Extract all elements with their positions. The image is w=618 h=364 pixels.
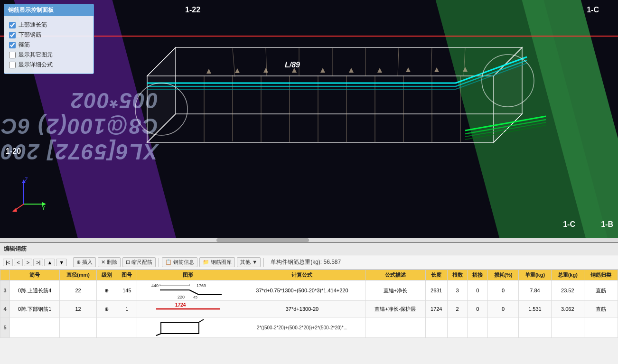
- svg-text:440: 440: [151, 283, 159, 288]
- insert-button[interactable]: ⊕ 插入: [73, 257, 96, 267]
- svg-text:Z: Z: [25, 177, 28, 182]
- svg-line-67: [156, 334, 161, 336]
- checkbox-stirrup[interactable]: 箍筋: [9, 41, 89, 49]
- cell-count-5: [447, 317, 468, 338]
- 3d-viewport: 1-22 1-C 1-20 1-C 1-B XL6[5972] 200 C8@1…: [0, 0, 618, 242]
- cell-formula-5: 2*((500-2*20)+(500-2*20))+2*(500-2*20)*.…: [239, 317, 365, 338]
- cell-category-3: 直筋: [584, 280, 618, 301]
- th-jinHao: 筋号: [10, 270, 60, 280]
- th-unitWeight: 单重(kg): [519, 270, 552, 280]
- cell-shape-3: 440 220 1769 45: [137, 280, 239, 301]
- checkbox-lower-rebar[interactable]: 下部钢筋: [9, 31, 89, 39]
- cell-formulaDesc-4: 直锚+净长-保护层: [365, 301, 425, 317]
- nav-last-button[interactable]: >|: [33, 259, 43, 266]
- row-num-4: 4: [0, 301, 10, 317]
- rebar-lib-label: 钢筋图库: [211, 259, 232, 266]
- th-formula: 计算公式: [239, 270, 365, 280]
- delete-button[interactable]: ✕ 删除: [98, 257, 121, 267]
- th-formulaDesc: 公式描述: [365, 270, 425, 280]
- th-figureNum: 图号: [117, 270, 137, 280]
- cell-loss-5: [488, 317, 519, 338]
- scale-button[interactable]: ⊡ 缩尺配筋: [122, 257, 156, 267]
- cell-length-3: 2631: [425, 280, 447, 301]
- cell-splice-5: [468, 317, 488, 338]
- svg-rect-65: [161, 322, 199, 334]
- svg-marker-0: [147, 114, 522, 142]
- info-icon: 📋: [165, 259, 172, 265]
- svg-marker-37: [263, 68, 268, 73]
- svg-line-66: [199, 319, 204, 322]
- checkbox-formula-input[interactable]: [9, 62, 16, 68]
- nav-prev-button[interactable]: <: [14, 259, 22, 266]
- checkbox-other-elements[interactable]: 显示其它图元: [9, 51, 89, 59]
- table-row[interactable]: 5: [0, 317, 618, 338]
- checkbox-formula-label: 显示详细公式: [19, 61, 53, 69]
- cell-figureNum-4: 1: [117, 301, 137, 317]
- svg-text:1724: 1724: [175, 302, 186, 308]
- nav-first-button[interactable]: |<: [3, 259, 13, 266]
- table-row[interactable]: 4 0跨.下部钢筋1 12 ⊕ 1 1724: [0, 301, 618, 317]
- cell-diameter-3: 22: [60, 280, 97, 301]
- svg-line-19: [398, 48, 399, 76]
- rebar-table-container[interactable]: 筋号 直径(mm) 级别 图号 图形 计算公式 公式描述 长度 根数 搭接 损耗…: [0, 270, 618, 338]
- svg-marker-39: [320, 68, 325, 73]
- cell-formula-4: 37*d+1300-20: [239, 301, 365, 317]
- svg-text:220: 220: [178, 295, 185, 299]
- checkbox-upper-rebar[interactable]: 上部通长筋: [9, 21, 89, 29]
- svg-text:Y: Y: [42, 205, 46, 211]
- cell-formulaDesc-5: [365, 317, 425, 338]
- table-row[interactable]: 3 0跨.上通长筋4 22 ⊕ 145 440: [0, 280, 618, 301]
- lib-icon: 📁: [203, 259, 209, 265]
- svg-marker-35: [206, 69, 211, 74]
- th-empty: [0, 270, 10, 280]
- separator-1: [70, 258, 70, 267]
- th-count: 根数: [447, 270, 468, 280]
- th-category: 钢筋归类: [584, 270, 618, 280]
- checkbox-stirrup-input[interactable]: [9, 42, 16, 48]
- delete-label: 删除: [107, 259, 117, 266]
- cell-formulaDesc-3: 直锚+净长: [365, 280, 425, 301]
- checkbox-upper-rebar-input[interactable]: [9, 22, 16, 28]
- viewport-scrollbar[interactable]: [0, 238, 618, 242]
- separator-2: [159, 258, 159, 267]
- cell-count-4: 2: [447, 301, 468, 317]
- th-level: 级别: [96, 270, 117, 280]
- toolbar: |< < > >| ▲ ▼ ⊕ 插入 ✕ 删除 ⊡ 缩尺配筋 📋 钢筋信息 📁 …: [0, 255, 618, 270]
- cell-unitWeight-3: 7.84: [519, 280, 552, 301]
- checkbox-formula[interactable]: 显示详细公式: [9, 61, 89, 69]
- cell-jinHao-3: 0跨.上通长筋4: [10, 280, 60, 301]
- row-num-5: 5: [0, 317, 10, 338]
- cell-shape-4: 1724: [137, 301, 239, 317]
- checkbox-other-elements-label: 显示其它图元: [19, 51, 53, 59]
- insert-icon: ⊕: [76, 259, 81, 265]
- control-panel-title: 钢筋显示控制面板: [4, 4, 94, 16]
- rebar-info-button[interactable]: 📋 钢筋信息: [162, 257, 197, 267]
- th-length: 长度: [425, 270, 447, 280]
- delete-icon: ✕: [101, 259, 105, 265]
- nav-next-button[interactable]: >: [24, 259, 32, 266]
- separator-3: [263, 258, 264, 267]
- scale-label: 缩尺配筋: [131, 259, 152, 266]
- th-totalWeight: 总重(kg): [551, 270, 584, 280]
- svg-marker-44: [463, 67, 468, 72]
- cell-formula-3: 37*d+0.75*1300+(500-20*3)*1.414+220: [239, 280, 365, 301]
- checkbox-lower-rebar-input[interactable]: [9, 32, 16, 38]
- control-panel: 钢筋显示控制面板 上部通长筋 下部钢筋 箍筋 显示其它图元 显示详细公式: [4, 4, 94, 74]
- rebar-table: 筋号 直径(mm) 级别 图号 图形 计算公式 公式描述 长度 根数 搭接 损耗…: [0, 270, 618, 338]
- checkbox-other-elements-input[interactable]: [9, 52, 16, 58]
- cell-category-5: [584, 317, 618, 338]
- nav-down-button[interactable]: ▼: [56, 259, 67, 266]
- nav-up-button[interactable]: ▲: [44, 259, 55, 266]
- grid-label-1-c-bottom: 1-C: [563, 220, 575, 229]
- other-button[interactable]: 其他 ▼: [237, 257, 261, 267]
- row-num-3: 3: [0, 280, 10, 301]
- checkbox-upper-rebar-label: 上部通长筋: [19, 21, 47, 29]
- grid-label-1-b: 1-B: [601, 220, 613, 229]
- nav-buttons: |< < > >| ▲ ▼: [3, 259, 67, 266]
- cell-diameter-4: 12: [60, 301, 97, 317]
- cell-splice-4: 0: [468, 301, 488, 317]
- svg-marker-52: [12, 208, 17, 212]
- th-shape: 图形: [137, 270, 239, 280]
- rebar-lib-button[interactable]: 📁 钢筋图库: [199, 257, 235, 267]
- cell-length-4: 1724: [425, 301, 447, 317]
